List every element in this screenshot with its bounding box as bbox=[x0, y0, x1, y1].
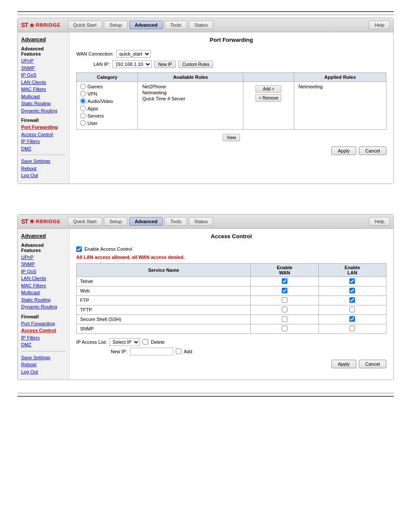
radio-games[interactable]: Games bbox=[80, 84, 134, 89]
sidebar-ipqos-1[interactable]: IP QoS bbox=[21, 72, 65, 79]
svc-web-lan bbox=[318, 286, 386, 296]
nav-quick-start-1[interactable]: Quick Start bbox=[68, 21, 102, 29]
rule-quicktime[interactable]: Quick Time 4 Server bbox=[141, 96, 240, 102]
sidebar-dynamicrouting-2[interactable]: Dynamic Routing bbox=[21, 303, 65, 311]
radio-apps[interactable]: Apps bbox=[80, 106, 134, 111]
remove-btn[interactable]: < Remove bbox=[255, 94, 281, 102]
wan-select[interactable]: quick_start bbox=[116, 50, 151, 58]
telnet-lan-checkbox[interactable] bbox=[349, 278, 355, 284]
rule-net2phone[interactable]: Net2Phone bbox=[141, 84, 240, 90]
logo-2: ST ★ RBRIDGE bbox=[21, 217, 61, 225]
enable-access-label: Enable Access Control bbox=[84, 246, 132, 252]
cancel-btn-2[interactable]: Cancel bbox=[359, 360, 386, 368]
sidebar-portforwarding-1[interactable]: Port Forwarding bbox=[21, 124, 65, 131]
sidebar-reboot-2[interactable]: Reboot bbox=[21, 361, 65, 368]
sidebar-portforwarding-2[interactable]: Port Forwarding bbox=[21, 320, 65, 327]
nav-bar-2: ST ★ RBRIDGE Quick Start Setup Advanced … bbox=[18, 215, 393, 229]
nav-setup-1[interactable]: Setup bbox=[104, 21, 128, 29]
apply-btn-1[interactable]: Apply bbox=[331, 146, 356, 155]
sidebar-macfilters-2[interactable]: MAC Filters bbox=[21, 282, 65, 289]
nav-setup-2[interactable]: Setup bbox=[104, 217, 128, 226]
sidebar-logout-1[interactable]: Log Out bbox=[21, 172, 65, 179]
svc-row-telnet: Telnet bbox=[77, 277, 386, 286]
sidebar-lanclients-2[interactable]: LAN Clients bbox=[21, 275, 65, 282]
radio-user-input[interactable] bbox=[80, 120, 86, 126]
sidebar-savesettings-1[interactable]: Save Settings bbox=[21, 158, 65, 165]
nav-status-1[interactable]: Status bbox=[189, 21, 213, 29]
sidebar-upnp-1[interactable]: UPnP bbox=[21, 57, 65, 65]
view-btn[interactable]: View bbox=[223, 134, 240, 141]
ssh-wan-checkbox[interactable] bbox=[282, 316, 287, 322]
ftp-lan-checkbox[interactable] bbox=[349, 297, 355, 303]
applied-netmeeting[interactable]: Netmeeting bbox=[298, 84, 383, 90]
add-btn[interactable]: Add > bbox=[255, 85, 281, 93]
new-ip-btn[interactable]: New IP bbox=[154, 61, 176, 68]
new-ip-input[interactable] bbox=[130, 348, 173, 355]
sidebar-staticrouting-2[interactable]: Static Routing bbox=[21, 296, 65, 304]
tftp-wan-checkbox[interactable] bbox=[282, 307, 287, 312]
telnet-wan-checkbox[interactable] bbox=[282, 278, 287, 284]
sidebar-logout-2[interactable]: Log Out bbox=[21, 368, 65, 376]
logo-1: ST ★ RBRIDGE bbox=[21, 21, 61, 29]
sidebar-ipfilters-1[interactable]: IP Filters bbox=[21, 138, 65, 145]
sidebar-dmz-2[interactable]: DMZ bbox=[21, 341, 65, 348]
nav-tools-2[interactable]: Tools bbox=[165, 217, 187, 226]
sidebar-section-firewall-1: Firewall bbox=[21, 118, 65, 123]
web-lan-checkbox[interactable] bbox=[349, 288, 355, 293]
sidebar-snmp-1[interactable]: SNMP bbox=[21, 65, 65, 72]
lan-ip-select[interactable]: 192.168.1.10 bbox=[112, 60, 152, 68]
radio-apps-input[interactable] bbox=[80, 106, 86, 111]
radio-servers[interactable]: Servers bbox=[80, 113, 134, 118]
custom-rules-btn[interactable]: Custom Rules bbox=[178, 61, 213, 68]
sidebar-ipfilters-2[interactable]: IP Filters bbox=[21, 334, 65, 342]
nav-tools-1[interactable]: Tools bbox=[165, 21, 187, 29]
th-category: Category bbox=[77, 73, 138, 82]
nav-advanced-2[interactable]: Advanced bbox=[129, 217, 163, 226]
ac-table: Service Name EnableWAN EnableLAN Telnet bbox=[76, 263, 386, 334]
th-action bbox=[243, 73, 294, 82]
sidebar-accesscontrol-1[interactable]: Access Control bbox=[21, 131, 65, 138]
ftp-wan-checkbox[interactable] bbox=[282, 297, 287, 303]
radio-user[interactable]: User bbox=[80, 120, 134, 126]
enable-access-checkbox[interactable] bbox=[76, 246, 82, 252]
nav-quick-start-2[interactable]: Quick Start bbox=[68, 217, 102, 226]
radio-vpn-input[interactable] bbox=[80, 91, 86, 96]
sidebar-snmp-2[interactable]: SNMP bbox=[21, 261, 65, 268]
nav-help-1[interactable]: Help bbox=[369, 21, 390, 29]
sidebar-macfilters-1[interactable]: MAC Filters bbox=[21, 86, 65, 93]
web-wan-checkbox[interactable] bbox=[282, 288, 287, 293]
delete-checkbox[interactable] bbox=[143, 339, 148, 345]
sidebar-accesscontrol-2[interactable]: Access Control bbox=[21, 327, 65, 334]
nav-status-2[interactable]: Status bbox=[189, 217, 213, 226]
logo-text-2: ST bbox=[21, 218, 28, 225]
radio-vpn[interactable]: VPN bbox=[80, 91, 134, 96]
sidebar-dmz-1[interactable]: DMZ bbox=[21, 145, 65, 152]
sidebar-staticrouting-1[interactable]: Static Routing bbox=[21, 100, 65, 107]
sidebar-lanclients-1[interactable]: LAN Clients bbox=[21, 79, 65, 86]
radio-audiovideo-input[interactable] bbox=[80, 98, 86, 104]
snmp-lan-checkbox[interactable] bbox=[349, 326, 355, 331]
new-ip-label: New IP: bbox=[111, 349, 128, 354]
nav-advanced-1[interactable]: Advanced bbox=[129, 21, 163, 29]
sidebar-multicast-1[interactable]: Multicast bbox=[21, 93, 65, 100]
svc-snmp-name: SNMP bbox=[77, 324, 251, 333]
sidebar-ipqos-2[interactable]: IP QoS bbox=[21, 268, 65, 275]
add-checkbox[interactable] bbox=[176, 348, 181, 354]
sidebar-reboot-1[interactable]: Reboot bbox=[21, 165, 65, 172]
radio-servers-input[interactable] bbox=[80, 113, 86, 118]
rule-netmeeting[interactable]: Netmeeting bbox=[141, 90, 240, 96]
apply-btn-2[interactable]: Apply bbox=[331, 360, 356, 368]
radio-audiovideo[interactable]: Audio/Video bbox=[80, 98, 134, 104]
sidebar-savesettings-2[interactable]: Save Settings bbox=[21, 354, 65, 361]
sidebar-dynamicrouting-1[interactable]: Dynamic Routing bbox=[21, 107, 65, 115]
ssh-lan-checkbox[interactable] bbox=[349, 316, 355, 322]
ip-access-select[interactable]: Select IP bbox=[109, 338, 140, 346]
nav-help-2[interactable]: Help bbox=[369, 217, 390, 226]
cancel-btn-1[interactable]: Cancel bbox=[359, 146, 386, 155]
radio-games-input[interactable] bbox=[80, 84, 86, 89]
sidebar-multicast-2[interactable]: Multicast bbox=[21, 289, 65, 296]
snmp-wan-checkbox[interactable] bbox=[282, 326, 287, 331]
logo-text-1: ST bbox=[21, 22, 28, 28]
sidebar-upnp-2[interactable]: UPnP bbox=[21, 254, 65, 261]
tftp-lan-checkbox[interactable] bbox=[349, 307, 355, 312]
